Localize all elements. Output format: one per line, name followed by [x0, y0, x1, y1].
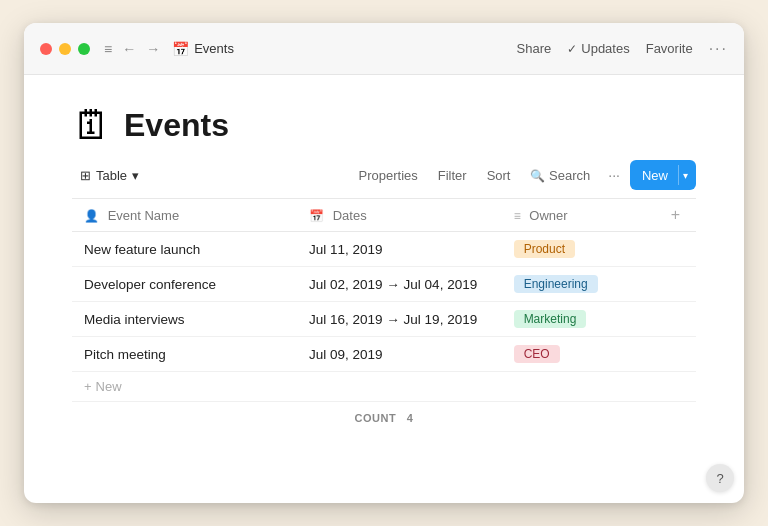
- table-chevron-icon: ▾: [132, 168, 139, 183]
- col-dates: 📅 Dates: [297, 199, 502, 232]
- count-value: 4: [407, 412, 414, 424]
- dates-col-icon: 📅: [309, 209, 324, 223]
- col-add: +: [655, 199, 696, 232]
- table-row[interactable]: Developer conferenceJul 02, 2019 → Jul 0…: [72, 267, 696, 302]
- page-header: 🗓 Events: [24, 75, 744, 160]
- table-header-row: 👤 Event Name 📅 Dates ≡ Owner +: [72, 199, 696, 232]
- table-label: Table: [96, 168, 127, 183]
- search-icon: 🔍: [530, 169, 545, 183]
- cell-extra: [655, 337, 696, 372]
- cell-owner: CEO: [502, 337, 655, 372]
- count-label: COUNT: [355, 412, 397, 424]
- toolbar-actions: Properties Filter Sort 🔍 Search ··· New …: [351, 160, 697, 190]
- table-row[interactable]: Pitch meetingJul 09, 2019CEO: [72, 337, 696, 372]
- cell-dates: Jul 02, 2019 → Jul 04, 2019: [297, 267, 502, 302]
- forward-icon[interactable]: →: [144, 39, 162, 59]
- events-table: 👤 Event Name 📅 Dates ≡ Owner +: [72, 198, 696, 402]
- cell-extra: [655, 232, 696, 267]
- back-icon[interactable]: ←: [120, 39, 138, 59]
- cell-extra: [655, 267, 696, 302]
- cell-dates: Jul 11, 2019: [297, 232, 502, 267]
- toolbar-more-icon[interactable]: ···: [602, 163, 626, 187]
- page-title: Events: [124, 107, 229, 144]
- share-button[interactable]: Share: [517, 41, 552, 56]
- table-row[interactable]: New feature launchJul 11, 2019Product: [72, 232, 696, 267]
- more-options-icon[interactable]: ···: [709, 40, 728, 58]
- cell-event-name: Media interviews: [72, 302, 297, 337]
- maximize-button[interactable]: [78, 43, 90, 55]
- close-button[interactable]: [40, 43, 52, 55]
- col-dates-label: Dates: [333, 208, 367, 223]
- table-view-button[interactable]: ⊞ Table ▾: [72, 164, 147, 187]
- add-row-cell: +New: [72, 372, 696, 402]
- new-button[interactable]: New ▾: [630, 160, 696, 190]
- minimize-button[interactable]: [59, 43, 71, 55]
- owner-col-icon: ≡: [514, 209, 521, 223]
- table-icon: ⊞: [80, 168, 91, 183]
- cell-owner: Product: [502, 232, 655, 267]
- sort-button[interactable]: Sort: [479, 164, 519, 187]
- favorite-button[interactable]: Favorite: [646, 41, 693, 56]
- add-column-button[interactable]: +: [671, 206, 680, 224]
- filter-button[interactable]: Filter: [430, 164, 475, 187]
- count-row: COUNT 4: [72, 402, 696, 428]
- view-toolbar: ⊞ Table ▾ Properties Filter Sort 🔍 Searc…: [24, 160, 744, 190]
- cell-dates: Jul 16, 2019 → Jul 19, 2019: [297, 302, 502, 337]
- new-button-label: New: [642, 168, 674, 183]
- owner-badge: Marketing: [514, 310, 587, 328]
- properties-button[interactable]: Properties: [351, 164, 426, 187]
- col-owner-label: Owner: [529, 208, 567, 223]
- event-name-col-icon: 👤: [84, 209, 99, 223]
- search-button[interactable]: 🔍 Search: [522, 164, 598, 187]
- search-label: Search: [549, 168, 590, 183]
- table-row[interactable]: Media interviewsJul 16, 2019 → Jul 19, 2…: [72, 302, 696, 337]
- cell-dates: Jul 09, 2019: [297, 337, 502, 372]
- owner-badge: Engineering: [514, 275, 598, 293]
- add-row-row: +New: [72, 372, 696, 402]
- updates-button[interactable]: ✓ Updates: [567, 41, 629, 56]
- nav-buttons: ← →: [120, 39, 162, 59]
- cell-event-name: Developer conference: [72, 267, 297, 302]
- cell-extra: [655, 302, 696, 337]
- titlebar-title: 📅 Events: [172, 41, 234, 57]
- cell-event-name: Pitch meeting: [72, 337, 297, 372]
- titlebar: ≡ ← → 📅 Events Share ✓ Updates Favorite …: [24, 23, 744, 75]
- owner-badge: Product: [514, 240, 575, 258]
- traffic-lights: [40, 43, 90, 55]
- titlebar-page-name: Events: [194, 41, 234, 56]
- col-owner: ≡ Owner: [502, 199, 655, 232]
- check-icon: ✓: [567, 42, 577, 56]
- cell-event-name: New feature launch: [72, 232, 297, 267]
- page-icon-large: 🗓: [72, 103, 112, 148]
- app-window: ≡ ← → 📅 Events Share ✓ Updates Favorite …: [24, 23, 744, 503]
- table-wrapper: 👤 Event Name 📅 Dates ≡ Owner +: [24, 198, 744, 503]
- new-btn-divider: [678, 165, 679, 185]
- titlebar-right: Share ✓ Updates Favorite ···: [517, 40, 728, 58]
- owner-badge: CEO: [514, 345, 560, 363]
- page-icon-small: 📅: [172, 41, 189, 57]
- col-event-name: 👤 Event Name: [72, 199, 297, 232]
- cell-owner: Marketing: [502, 302, 655, 337]
- cell-owner: Engineering: [502, 267, 655, 302]
- col-event-name-label: Event Name: [108, 208, 180, 223]
- content-area: 🗓 Events ⊞ Table ▾ Properties Filter Sor…: [24, 75, 744, 503]
- new-btn-chevron-icon: ▾: [683, 170, 696, 181]
- help-button[interactable]: ?: [706, 464, 734, 492]
- add-row-button[interactable]: +New: [84, 379, 122, 394]
- hamburger-icon[interactable]: ≡: [104, 41, 112, 57]
- updates-label: Updates: [581, 41, 629, 56]
